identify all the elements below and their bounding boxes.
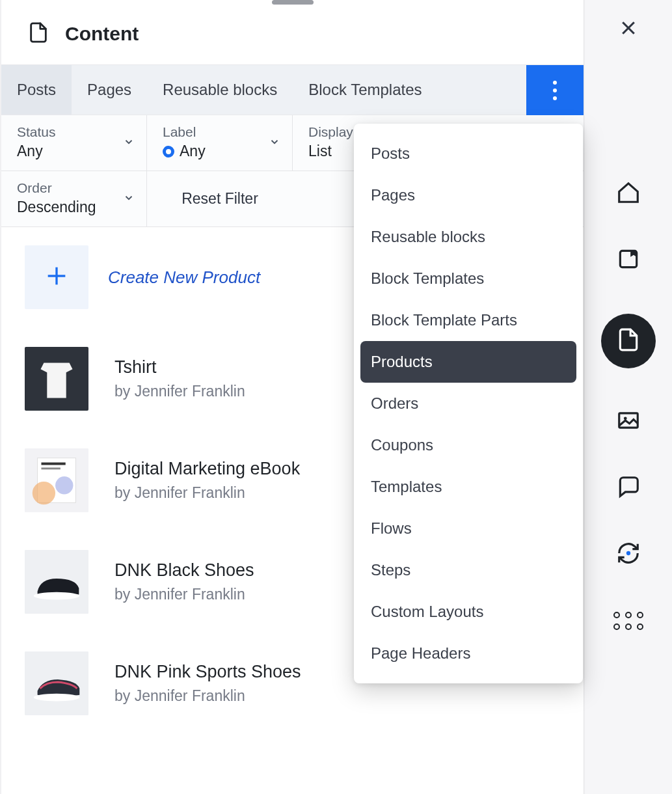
svg-point-10 (34, 592, 80, 600)
menu-item-coupons[interactable]: Coupons (360, 424, 576, 466)
svg-point-8 (55, 476, 73, 494)
menu-item-templates[interactable]: Templates (360, 466, 576, 508)
bookmark-icon (616, 247, 641, 274)
tab-reusable-blocks[interactable]: Reusable blocks (147, 65, 293, 115)
svg-rect-5 (41, 463, 65, 465)
item-meta: DNK Pink Sports Shoes by Jennifer Frankl… (114, 662, 301, 705)
item-thumbnail (25, 651, 88, 715)
filter-label-label: Label (163, 124, 278, 140)
svg-point-7 (33, 482, 55, 504)
reset-filter-label: Reset Filter (181, 190, 258, 208)
reset-filter-button[interactable]: Reset Filter (147, 171, 293, 227)
filter-status-value: Any (17, 143, 132, 160)
tab-pages[interactable]: Pages (72, 65, 147, 115)
chevron-down-icon (269, 136, 280, 150)
menu-item-block-templates[interactable]: Block Templates (360, 258, 576, 299)
item-meta: DNK Black Shoes by Jennifer Franklin (114, 560, 254, 603)
item-thumbnail (25, 550, 88, 614)
item-author: by Jennifer Franklin (114, 383, 245, 400)
chevron-down-icon (123, 192, 135, 206)
tab-bar: Posts Pages Reusable blocks Block Templa… (1, 64, 584, 115)
item-title: DNK Black Shoes (114, 560, 254, 581)
menu-item-posts[interactable]: Posts (360, 133, 576, 174)
filter-status-label: Status (17, 124, 132, 140)
item-title: Digital Marketing eBook (114, 459, 300, 479)
menu-item-custom-layouts[interactable]: Custom Layouts (360, 591, 576, 633)
filter-label-value: Any (163, 143, 278, 160)
create-box (25, 245, 88, 309)
svg-point-12 (34, 694, 80, 702)
filter-label-value-text: Any (180, 143, 206, 160)
svg-point-18 (626, 551, 630, 555)
page-icon (616, 327, 641, 355)
menu-item-pages[interactable]: Pages (360, 174, 576, 216)
svg-rect-6 (41, 467, 60, 469)
more-vertical-icon (553, 81, 557, 100)
item-title: Tshirt (114, 357, 245, 377)
item-meta: Digital Marketing eBook by Jennifer Fran… (114, 459, 300, 502)
close-button[interactable] (585, 18, 672, 40)
sidebar-apps[interactable] (615, 608, 641, 634)
item-thumbnail (25, 347, 88, 411)
tab-posts[interactable]: Posts (1, 65, 72, 115)
page-title: Content (65, 23, 139, 45)
menu-item-block-template-parts[interactable]: Block Template Parts (360, 299, 576, 341)
item-author: by Jennifer Franklin (114, 484, 300, 502)
sidebar-home[interactable] (615, 181, 641, 207)
tab-block-templates[interactable]: Block Templates (293, 65, 437, 115)
menu-item-steps[interactable]: Steps (360, 549, 576, 591)
more-button[interactable] (526, 65, 584, 116)
sidebar-comments[interactable] (615, 475, 641, 501)
filter-status[interactable]: Status Any (1, 115, 147, 171)
filter-order[interactable]: Order Descending (1, 171, 147, 227)
menu-item-orders[interactable]: Orders (360, 383, 576, 424)
chevron-down-icon (123, 136, 135, 150)
filter-order-label: Order (17, 180, 132, 196)
item-meta: Tshirt by Jennifer Franklin (114, 357, 245, 400)
item-title: DNK Pink Sports Shoes (114, 662, 301, 682)
menu-item-products[interactable]: Products (360, 341, 576, 383)
page-icon (27, 21, 49, 46)
sidebar-content[interactable] (601, 314, 656, 368)
sidebar-media[interactable] (615, 409, 641, 435)
create-label: Create New Product (108, 267, 260, 288)
menu-item-page-headers[interactable]: Page Headers (360, 633, 576, 674)
image-icon (616, 408, 641, 435)
sync-icon (616, 541, 641, 568)
menu-item-flows[interactable]: Flows (360, 508, 576, 549)
sidebar-sync[interactable] (615, 541, 641, 568)
drag-handle[interactable] (272, 0, 314, 5)
item-thumbnail (25, 448, 88, 512)
right-sidebar (585, 0, 672, 794)
sidebar-nav (601, 181, 656, 634)
home-icon (616, 180, 641, 208)
item-author: by Jennifer Franklin (114, 687, 301, 705)
filter-label[interactable]: Label Any (147, 115, 293, 171)
filter-order-value: Descending (17, 198, 132, 216)
content-type-menu: Posts Pages Reusable blocks Block Templa… (354, 124, 583, 683)
panel-header: Content (1, 5, 584, 64)
plus-icon (44, 263, 70, 292)
menu-item-reusable-blocks[interactable]: Reusable blocks (360, 216, 576, 258)
close-icon (619, 18, 638, 40)
radio-icon (163, 146, 174, 157)
item-author: by Jennifer Franklin (114, 586, 254, 603)
comment-icon (616, 474, 641, 502)
sidebar-bookmark[interactable] (615, 247, 641, 273)
grid-icon (613, 612, 643, 630)
